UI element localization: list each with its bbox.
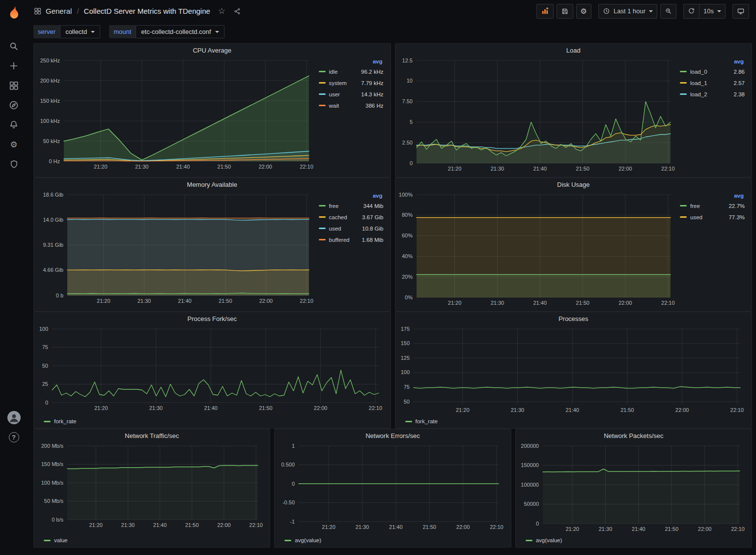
share-dashboard-icon[interactable] [233, 7, 241, 15]
svg-text:150000: 150000 [521, 462, 539, 468]
time-series-chart[interactable]: 025507510021:2021:3021:4021:5022:0022:10 [36, 325, 387, 416]
panel-title[interactable]: Network Errors/sec [275, 429, 510, 442]
legend: value [36, 535, 266, 545]
legend-item[interactable]: buffered1.68 Mib [319, 234, 384, 245]
clock-icon [603, 7, 610, 15]
help-icon[interactable]: ? [8, 431, 20, 443]
series-name: wait [329, 103, 366, 109]
series-name: user [329, 91, 362, 97]
time-series-chart[interactable]: 0 Hz50 kHz100 kHz150 kHz200 kHz250 kHz21… [36, 57, 317, 175]
series-color-dash [319, 82, 326, 84]
svg-text:22:00: 22:00 [675, 407, 689, 413]
series-color-dash [680, 216, 687, 218]
svg-text:22:10: 22:10 [730, 407, 744, 413]
svg-text:21:50: 21:50 [576, 166, 589, 172]
svg-text:21:50: 21:50 [219, 298, 232, 304]
panel-title[interactable]: Network Traffic/sec [34, 429, 270, 442]
time-range-picker[interactable]: Last 1 hour [598, 4, 657, 19]
save-dashboard-button[interactable] [557, 4, 573, 19]
svg-text:150 kHz: 150 kHz [40, 98, 60, 104]
star-dashboard-icon[interactable]: ☆ [218, 6, 225, 16]
panel-title[interactable]: Memory Available [34, 178, 391, 191]
panel-title[interactable]: Processes [395, 312, 752, 325]
time-series-chart[interactable]: 02.5057.501012.521:2021:3021:4021:5022:0… [397, 57, 678, 175]
create-plus-icon[interactable] [8, 60, 20, 72]
time-series-chart[interactable]: 507510012515017521:2021:3021:4021:5022:0… [397, 325, 748, 416]
time-series-chart[interactable]: 0%20%40%60%80%100%21:2021:3021:4021:5022… [397, 191, 678, 309]
user-avatar[interactable] [7, 411, 21, 424]
svg-text:0: 0 [536, 521, 539, 526]
legend-item[interactable]: free22.7% [680, 200, 745, 211]
panel-title[interactable]: CPU Average [34, 44, 391, 57]
series-color-dash [319, 205, 326, 206]
series-color-dash [680, 71, 687, 72]
time-series-chart[interactable]: 0 b/s50 Mb/s100 Mb/s150 Mb/s200 Mb/s21:2… [36, 442, 266, 535]
refresh-button[interactable] [683, 4, 699, 19]
legend: avgfree22.7%used77.3% [678, 191, 748, 309]
variable-mount-value: etc-collectd-collectd.conf [141, 28, 211, 35]
svg-text:22:10: 22:10 [249, 522, 263, 528]
legend-item[interactable]: load_22.38 [680, 88, 745, 100]
series-color-dash [319, 216, 326, 218]
svg-text:18.6 Gib: 18.6 Gib [43, 192, 63, 198]
svg-text:2.50: 2.50 [402, 140, 412, 146]
alerting-bell-icon[interactable] [8, 119, 20, 131]
legend-item[interactable]: wait386 Hz [319, 100, 384, 111]
legend-item[interactable]: system7.79 kHz [319, 77, 384, 88]
panel-network-traffic: Network Traffic/sec 0 b/s50 Mb/s100 Mb/s… [33, 429, 270, 548]
series-name: buffered [329, 237, 362, 243]
grafana-logo[interactable] [5, 5, 22, 22]
legend-item[interactable]: load_12.57 [680, 77, 745, 88]
legend-item[interactable]: load_02.86 [680, 66, 745, 77]
server-admin-shield-icon[interactable] [8, 158, 20, 170]
series-name: idle [329, 69, 362, 75]
legend-item[interactable]: avg(value) [284, 535, 321, 545]
cycle-view-mode-button[interactable] [732, 4, 749, 19]
add-panel-icon [541, 7, 549, 15]
zoom-out-button[interactable] [660, 4, 676, 19]
dashboard-title[interactable]: CollectD Server Metrics with TDengine [84, 7, 210, 15]
add-panel-button[interactable] [536, 4, 554, 19]
legend-avg-header: avg [680, 58, 745, 64]
panel-cpu-average: CPU Average 0 Hz50 kHz100 kHz150 kHz200 … [33, 43, 391, 177]
legend-item[interactable]: fork_rate [44, 416, 76, 426]
panel-title[interactable]: Network Packets/sec [516, 429, 752, 442]
dashboard-settings-button[interactable]: ⚙ [576, 4, 591, 19]
dashboards-icon[interactable] [8, 80, 20, 91]
explore-compass-icon[interactable] [8, 99, 20, 111]
svg-text:0 b: 0 b [56, 292, 63, 298]
legend-item[interactable]: free344 Mib [319, 200, 384, 211]
svg-text:21:30: 21:30 [490, 166, 504, 172]
configuration-gear-icon[interactable]: ⚙ [8, 139, 20, 150]
refresh-interval-picker[interactable]: 10s [699, 4, 726, 19]
svg-text:21:20: 21:20 [455, 407, 469, 413]
svg-text:21:50: 21:50 [576, 300, 589, 306]
breadcrumb-folder[interactable]: General [46, 7, 72, 15]
svg-text:21:30: 21:30 [135, 164, 149, 170]
legend-item[interactable]: cached3.67 Gib [319, 211, 384, 223]
panel-title[interactable]: Process Fork/sec [34, 312, 391, 325]
variable-mount-dropdown[interactable]: etc-collectd-collectd.conf [136, 25, 224, 38]
time-series-chart[interactable]: 05000010000015000020000021:2021:3021:402… [518, 442, 748, 535]
svg-text:10: 10 [406, 78, 412, 84]
svg-text:22:10: 22:10 [490, 524, 504, 530]
svg-text:21:20: 21:20 [97, 298, 111, 304]
svg-text:50 kHz: 50 kHz [43, 138, 60, 144]
legend-item[interactable]: user14.3 kHz [319, 88, 384, 100]
variable-server-dropdown[interactable]: collectd [60, 25, 100, 38]
time-series-chart[interactable]: 0 b4.66 Gib9.31 Gib14.0 Gib18.6 Gib21:20… [36, 191, 317, 309]
legend-item[interactable]: avg(value) [526, 535, 562, 545]
legend: fork_rate [36, 416, 387, 426]
series-color-dash [319, 93, 326, 95]
svg-text:200 kHz: 200 kHz [40, 78, 60, 84]
legend-item[interactable]: fork_rate [405, 416, 438, 426]
legend-item[interactable]: used10.8 Gib [319, 223, 384, 234]
time-series-chart[interactable]: -1-0.5000.500121:2021:3021:4021:5022:002… [277, 442, 506, 535]
legend-item[interactable]: value [44, 535, 68, 545]
series-name: load_2 [690, 91, 734, 97]
panel-title[interactable]: Disk Usage [395, 178, 752, 191]
panel-title[interactable]: Load [395, 44, 752, 57]
legend-item[interactable]: idle96.2 kHz [319, 66, 384, 77]
search-icon[interactable] [8, 40, 20, 52]
legend-item[interactable]: used77.3% [680, 211, 745, 223]
